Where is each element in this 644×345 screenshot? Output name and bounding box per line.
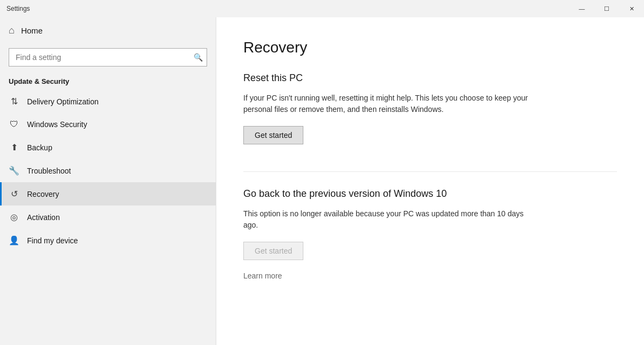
titlebar: Settings — ☐ ✕ <box>0 0 644 17</box>
page-title: Recovery <box>243 39 617 56</box>
main-content: Recovery Reset this PC If your PC isn't … <box>216 17 644 345</box>
sidebar-item-windows-security[interactable]: 🛡 Windows Security <box>0 113 216 136</box>
sidebar-item-activation[interactable]: ◎ Activation <box>0 205 216 229</box>
section-title: Update & Security <box>0 71 216 90</box>
reset-pc-heading: Reset this PC <box>243 72 617 84</box>
delivery-optimization-icon: ⇅ <box>9 96 19 107</box>
sidebar-item-find-my-device[interactable]: 👤 Find my device <box>0 229 216 252</box>
maximize-button[interactable]: ☐ <box>594 0 619 17</box>
search-icon[interactable]: 🔍 <box>194 53 203 62</box>
reset-pc-get-started-button[interactable]: Get started <box>243 126 303 144</box>
content-area: ⌂ Home 🔍 Update & Security ⇅ Delivery Op… <box>0 17 644 345</box>
sidebar-item-backup[interactable]: ⬆ Backup <box>0 136 216 159</box>
sidebar-item-label: Recovery <box>27 190 59 198</box>
backup-icon: ⬆ <box>9 142 19 152</box>
sidebar-item-recovery[interactable]: ↺ Recovery <box>0 182 216 205</box>
minimize-button[interactable]: — <box>569 0 594 17</box>
titlebar-controls: — ☐ ✕ <box>569 0 644 17</box>
titlebar-title: Settings <box>6 5 30 12</box>
search-box: 🔍 <box>9 48 207 67</box>
home-label: Home <box>21 26 43 35</box>
sidebar-item-label: Activation <box>27 213 60 222</box>
sidebar-item-label: Find my device <box>27 236 78 245</box>
go-back-description: This option is no longer available becau… <box>243 208 535 231</box>
sidebar-item-troubleshoot[interactable]: 🔧 Troubleshoot <box>0 159 216 182</box>
sidebar-item-label: Backup <box>27 143 52 152</box>
sidebar-item-label: Delivery Optimization <box>27 97 98 106</box>
sidebar-item-label: Troubleshoot <box>27 167 71 175</box>
go-back-heading: Go back to the previous version of Windo… <box>243 188 617 200</box>
sidebar-item-home[interactable]: ⌂ Home <box>0 17 216 44</box>
sidebar-item-label: Windows Security <box>27 120 87 129</box>
learn-more-link[interactable]: Learn more <box>243 271 282 280</box>
settings-window: Settings — ☐ ✕ ⌂ Home 🔍 Update & Securit… <box>0 0 644 345</box>
activation-icon: ◎ <box>9 212 19 222</box>
troubleshoot-icon: 🔧 <box>9 165 19 176</box>
sidebar-item-delivery-optimization[interactable]: ⇅ Delivery Optimization <box>0 90 216 113</box>
section-divider <box>243 171 617 172</box>
reset-pc-description: If your PC isn't running well, resetting… <box>243 92 535 115</box>
find-my-device-icon: 👤 <box>9 235 19 246</box>
go-back-get-started-button: Get started <box>243 242 303 260</box>
close-button[interactable]: ✕ <box>619 0 644 17</box>
home-icon: ⌂ <box>9 25 15 36</box>
recovery-icon: ↺ <box>9 189 19 199</box>
shield-icon: 🛡 <box>9 120 19 129</box>
sidebar: ⌂ Home 🔍 Update & Security ⇅ Delivery Op… <box>0 17 216 345</box>
search-input[interactable] <box>9 48 207 67</box>
